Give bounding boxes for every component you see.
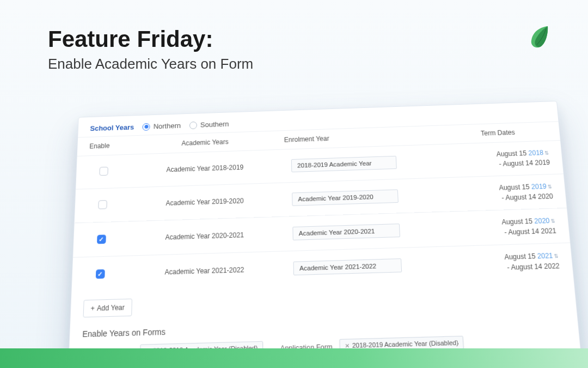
tag-label: 2018-2019 Academic Year (Disabled) [352, 339, 459, 349]
enable-checkbox[interactable] [97, 234, 106, 244]
academic-year-cell: Academic Year 2020-2021 [129, 217, 281, 256]
enable-checkbox[interactable] [99, 166, 108, 175]
page-header: Feature Friday: Enable Academic Years on… [48, 26, 253, 73]
stepper-icon[interactable]: ⇅ [554, 253, 559, 259]
term-dates-cell: August 15 2021⇅- August 14 2022 [444, 243, 574, 281]
term-year-link[interactable]: 2020 [534, 217, 550, 225]
radio-label: Southern [200, 120, 229, 129]
term-year-link[interactable]: 2018 [528, 149, 544, 157]
enrolment-year-input[interactable]: Academic Year 2019-2020 [292, 189, 399, 206]
settings-panel: School Years Northern Southern Enable Ac… [67, 101, 583, 368]
enable-checkbox[interactable] [96, 269, 105, 279]
enable-checkbox[interactable] [98, 200, 107, 209]
academic-years-table: Enable Academic Years Enrolment Year Ter… [72, 121, 574, 292]
leaf-logo-icon [524, 22, 555, 56]
radio-label: Northern [154, 122, 181, 130]
page-title: Feature Friday: [48, 26, 253, 52]
academic-year-cell: Academic Year 2019-2020 [130, 183, 280, 221]
term-dates-cell: August 15 2018⇅- August 14 2019 [437, 140, 564, 178]
add-year-label: Add Year [97, 304, 125, 312]
enrolment-year-input[interactable]: Academic Year 2020-2021 [292, 224, 400, 240]
plus-icon: + [90, 304, 95, 312]
academic-year-cell: Academic Year 2021-2022 [128, 251, 281, 291]
term-dates-cell: August 15 2020⇅- August 14 2021 [442, 208, 570, 246]
term-year-link[interactable]: 2021 [537, 252, 553, 261]
page-subtitle: Enable Academic Years on Form [48, 56, 253, 73]
stepper-icon[interactable]: ⇅ [550, 218, 555, 224]
radio-icon [189, 121, 197, 129]
footer-gradient-band [0, 348, 588, 368]
stepper-icon[interactable]: ⇅ [547, 184, 552, 189]
enrolment-year-input[interactable]: 2018-2019 Academic Year [291, 156, 397, 172]
hemisphere-northern-radio[interactable]: Northern [143, 122, 181, 131]
school-years-label: School Years [90, 123, 134, 132]
hemisphere-southern-radio[interactable]: Southern [189, 120, 229, 129]
stepper-icon[interactable]: ⇅ [544, 150, 549, 156]
term-dates-cell: August 15 2019⇅- August 14 2020 [439, 174, 567, 212]
col-header-enable: Enable [77, 136, 132, 156]
enrolment-year-input[interactable]: Academic Year 2021-2022 [293, 258, 402, 275]
radio-icon [143, 123, 150, 130]
add-year-button[interactable]: + Add Year [83, 299, 132, 318]
academic-year-cell: Academic Year 2018-2019 [131, 149, 279, 188]
term-year-link[interactable]: 2019 [531, 183, 547, 191]
